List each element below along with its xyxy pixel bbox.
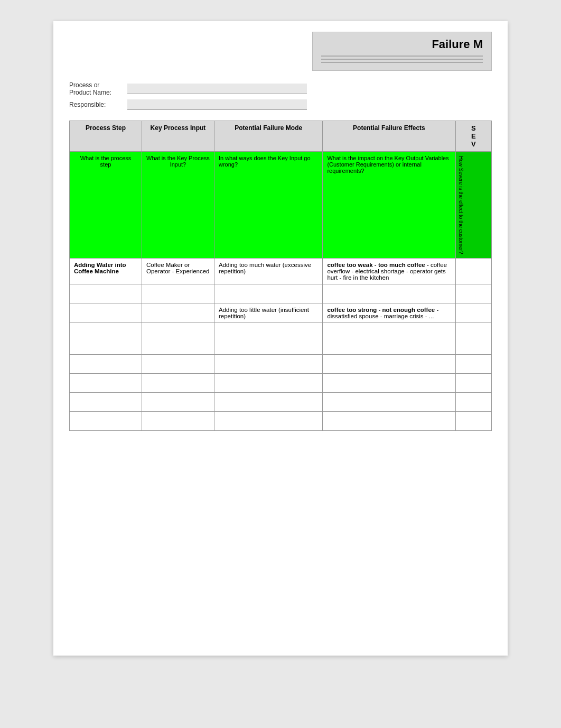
header-process-step: Process Step xyxy=(70,121,142,152)
row4-effects xyxy=(323,323,455,355)
row8-effects xyxy=(323,412,455,431)
row2-sev xyxy=(455,284,492,303)
table-row-6 xyxy=(70,374,492,393)
header-box: Failure M xyxy=(312,32,492,71)
row7-input xyxy=(142,393,214,412)
guide-row: What is the process step What is the Key… xyxy=(70,152,492,259)
header-failure-effects: Potential Failure Effects xyxy=(323,121,455,152)
row6-step xyxy=(70,374,142,393)
responsible-input[interactable] xyxy=(127,99,307,110)
row8-input xyxy=(142,412,214,431)
row6-sev xyxy=(455,374,492,393)
guide-failure-mode: In what ways does the Key Input go wrong… xyxy=(214,152,322,259)
page-title: Failure M xyxy=(321,38,483,51)
row4-input xyxy=(142,323,214,355)
row5-sev xyxy=(455,355,492,374)
process-label: Process or Product Name: xyxy=(69,81,127,96)
row8-step xyxy=(70,412,142,431)
row6-input xyxy=(142,374,214,393)
row5-failure-mode xyxy=(214,355,322,374)
row7-step xyxy=(70,393,142,412)
row7-failure-mode xyxy=(214,393,322,412)
header-key-input: Key Process Input xyxy=(142,121,214,152)
row8-failure-mode xyxy=(214,412,322,431)
row2-effects xyxy=(323,284,455,303)
row3-sev xyxy=(455,303,492,323)
row1-failure-mode: Adding too much water (excessive repetit… xyxy=(214,259,322,284)
table-header-row: Process Step Key Process Input Potential… xyxy=(70,121,492,152)
row7-effects xyxy=(323,393,455,412)
row5-input xyxy=(142,355,214,374)
guide-step: What is the process step xyxy=(70,152,142,259)
row6-failure-mode xyxy=(214,374,322,393)
row3-effects: coffee too strong - not enough coffee - … xyxy=(323,303,455,323)
process-input[interactable] xyxy=(127,84,307,94)
meta-row-process: Process or Product Name: xyxy=(69,81,492,96)
fmea-table: Process Step Key Process Input Potential… xyxy=(69,121,492,431)
page: Failure M Process or Product Name: Respo… xyxy=(53,21,508,656)
row2-input xyxy=(142,284,214,303)
row4-failure-mode xyxy=(214,323,322,355)
row2-step xyxy=(70,284,142,303)
row7-sev xyxy=(455,393,492,412)
row5-effects xyxy=(323,355,455,374)
table-row-2 xyxy=(70,284,492,303)
header-line-2 xyxy=(321,59,483,60)
row3-input xyxy=(142,303,214,323)
table-row-4 xyxy=(70,323,492,355)
table-row-7 xyxy=(70,393,492,412)
table-row-3: Adding too little water (insufficient re… xyxy=(70,303,492,323)
guide-input: What is the Key Process Input? xyxy=(142,152,214,259)
header-line-3 xyxy=(321,62,483,63)
table-row-8 xyxy=(70,412,492,431)
row8-sev xyxy=(455,412,492,431)
header-sev: S E V xyxy=(455,121,492,152)
meta-row-responsible: Responsible: xyxy=(69,99,492,110)
header-area: Failure M xyxy=(69,32,492,71)
row3-step xyxy=(70,303,142,323)
row2-failure-mode xyxy=(214,284,322,303)
responsible-label: Responsible: xyxy=(69,101,127,108)
table-row-1: Adding Water into Coffee Machine Coffee … xyxy=(70,259,492,284)
row1-input: Coffee Maker or Operator - Experienced xyxy=(142,259,214,284)
row5-step xyxy=(70,355,142,374)
row1-step: Adding Water into Coffee Machine xyxy=(70,259,142,284)
guide-sev: How Severe is the effect to the customer… xyxy=(455,152,492,259)
row1-sev xyxy=(455,259,492,284)
header-line-1 xyxy=(321,56,483,57)
row3-failure-mode: Adding too little water (insufficient re… xyxy=(214,303,322,323)
header-failure-mode: Potential Failure Mode xyxy=(214,121,322,152)
row6-effects xyxy=(323,374,455,393)
row4-step xyxy=(70,323,142,355)
meta-section: Process or Product Name: Responsible: xyxy=(69,81,492,110)
row4-sev xyxy=(455,323,492,355)
table-row-5 xyxy=(70,355,492,374)
row1-effects: coffee too weak - too much coffee - coff… xyxy=(323,259,455,284)
guide-effects: What is the impact on the Key Output Var… xyxy=(323,152,455,259)
